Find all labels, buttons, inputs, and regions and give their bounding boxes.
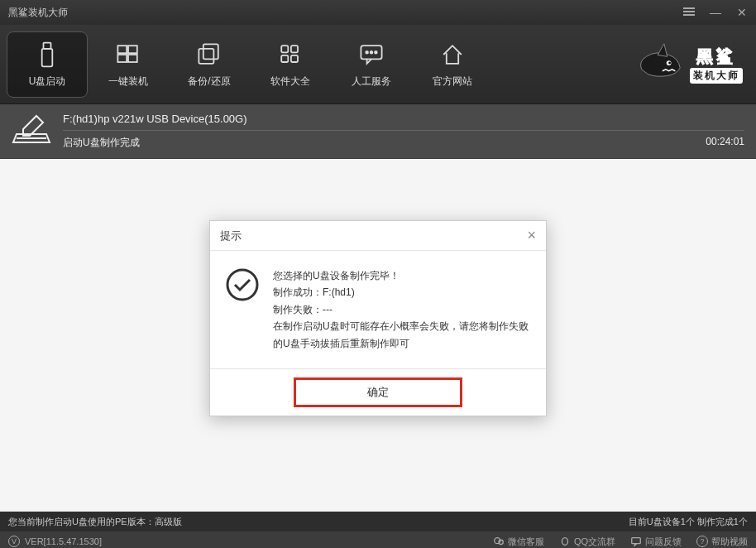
svg-point-22	[562, 538, 567, 546]
svg-rect-6	[203, 44, 218, 59]
device-name: F:(hd1)hp v221w USB Device(15.00G)	[63, 113, 744, 131]
menu-button[interactable]	[683, 6, 695, 19]
help-icon: ?	[696, 536, 708, 547]
link-help[interactable]: ? 帮助视频	[696, 536, 748, 548]
link-label: 微信客服	[508, 536, 544, 548]
close-icon: ✕	[737, 6, 747, 19]
svg-rect-1	[42, 49, 53, 67]
svg-rect-23	[632, 538, 641, 544]
device-count-text: 目前U盘设备1个 制作完成1个	[629, 516, 748, 528]
brand-name: 黑鲨	[696, 46, 736, 68]
feedback-icon	[630, 536, 642, 547]
dialog-close-button[interactable]: ×	[527, 227, 536, 244]
disk-write-icon	[12, 113, 51, 146]
tool-label: 软件大全	[270, 75, 310, 89]
svg-rect-10	[281, 55, 288, 62]
tool-backup[interactable]: 备份/还原	[169, 31, 250, 98]
svg-rect-7	[199, 49, 213, 64]
confirm-button[interactable]: 确定	[294, 377, 462, 407]
tool-support[interactable]: 人工服务	[331, 31, 412, 98]
brand-subtitle: 装机大师	[690, 68, 743, 84]
svg-rect-9	[291, 46, 298, 52]
link-wechat[interactable]: 微信客服	[493, 536, 544, 548]
dialog-line: 您选择的U盘设备制作完毕！	[273, 267, 531, 284]
svg-rect-3	[128, 46, 137, 53]
tool-label: 人工服务	[352, 75, 391, 89]
shark-logo-icon	[634, 39, 685, 90]
tool-website[interactable]: 官方网站	[412, 31, 493, 98]
toolbar: U盘启动 一键装机 备份/还原 软件大全 人工服务 官方网站	[0, 25, 756, 104]
version-text: VER[11.5.47.1530]	[25, 536, 102, 546]
minimize-button[interactable]: —	[710, 6, 721, 19]
status-bar-1: 您当前制作启动U盘使用的PE版本：高级版 目前U盘设备1个 制作完成1个	[0, 512, 756, 531]
pe-version-text: 您当前制作启动U盘使用的PE版本：高级版	[8, 516, 182, 528]
checkmark-circle-icon	[225, 267, 260, 302]
chat-icon	[355, 40, 388, 70]
windows-icon	[112, 40, 145, 70]
svg-rect-5	[128, 55, 137, 62]
wechat-icon	[493, 536, 505, 547]
dialog-line: 制作失败：---	[273, 301, 531, 318]
brand: 黑鲨 装机大师	[634, 39, 749, 90]
status-bar-2: V VER[11.5.47.1530] 微信客服 QQ交流群 问题反馈 ? 帮助…	[0, 531, 756, 548]
tool-one-click[interactable]: 一键装机	[88, 31, 169, 98]
qq-icon	[559, 536, 571, 547]
dialog-line: 在制作启动U盘时可能存在小概率会失败，请您将制作失败的U盘手动拔插后重新制作即可	[273, 318, 531, 352]
backup-icon	[193, 40, 226, 70]
dialog: 提示 × 您选择的U盘设备制作完毕！ 制作成功：F:(hd1) 制作失败：---…	[209, 220, 547, 416]
tool-label: 官方网站	[433, 75, 472, 89]
link-label: 帮助视频	[711, 536, 748, 548]
device-row: F:(hd1)hp v221w USB Device(15.00G) 启动U盘制…	[0, 104, 756, 159]
version-icon: V	[8, 536, 20, 547]
svg-rect-11	[291, 55, 298, 62]
dialog-title: 提示	[220, 228, 527, 243]
svg-point-13	[366, 51, 368, 54]
main-area: 提示 × 您选择的U盘设备制作完毕！ 制作成功：F:(hd1) 制作失败：---…	[0, 159, 756, 512]
close-icon: ×	[527, 227, 536, 243]
svg-rect-4	[117, 55, 127, 62]
svg-point-15	[375, 51, 377, 54]
link-label: QQ交流群	[574, 536, 615, 548]
tool-usb-boot[interactable]: U盘启动	[7, 31, 88, 98]
app-title: 黑鲨装机大师	[8, 6, 683, 20]
svg-point-17	[668, 61, 671, 64]
device-status: 启动U盘制作完成	[63, 136, 140, 150]
link-label: 问题反馈	[645, 536, 682, 548]
usb-icon	[31, 40, 64, 70]
tool-label: U盘启动	[29, 75, 66, 89]
svg-rect-2	[117, 46, 127, 53]
link-feedback[interactable]: 问题反馈	[630, 536, 682, 548]
device-time: 00:24:01	[706, 136, 744, 150]
tool-software[interactable]: 软件大全	[250, 31, 331, 98]
home-icon	[436, 40, 469, 70]
svg-rect-8	[281, 46, 288, 52]
minimize-icon: —	[710, 6, 721, 19]
svg-point-19	[227, 270, 257, 300]
titlebar: 黑鲨装机大师 — ✕	[0, 0, 756, 25]
apps-icon	[274, 40, 307, 70]
hamburger-icon	[683, 6, 695, 17]
svg-point-14	[371, 51, 373, 54]
tool-label: 一键装机	[108, 75, 148, 89]
dialog-line: 制作成功：F:(hd1)	[273, 284, 531, 300]
tool-label: 备份/还原	[188, 75, 230, 89]
link-qq[interactable]: QQ交流群	[559, 536, 615, 548]
svg-rect-0	[44, 43, 51, 49]
close-button[interactable]: ✕	[736, 6, 748, 19]
